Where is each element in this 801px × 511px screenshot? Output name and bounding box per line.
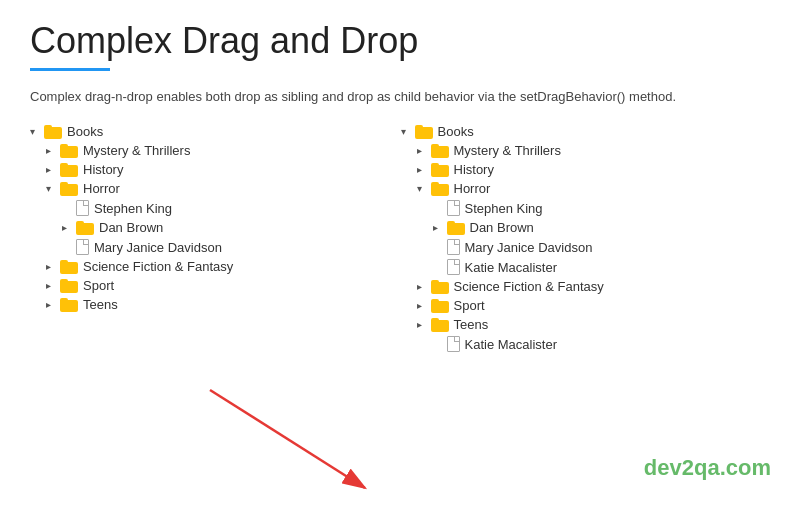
tree-node: Katie Macalister — [401, 257, 772, 277]
toggle-arrow-icon[interactable] — [46, 280, 60, 291]
node-label: Mary Janice Davidson — [94, 240, 222, 255]
tree-node[interactable]: Teens — [30, 295, 401, 314]
toggle-arrow-icon[interactable] — [433, 222, 447, 233]
folder-icon — [447, 221, 465, 235]
tree-node[interactable]: Books — [401, 122, 772, 141]
file-icon — [447, 239, 460, 255]
toggle-arrow-icon[interactable] — [417, 281, 431, 292]
node-label: Dan Brown — [99, 220, 163, 235]
node-label: Sport — [454, 298, 485, 313]
watermark: dev2qa.com — [644, 455, 771, 481]
node-label: Science Fiction & Fantasy — [454, 279, 604, 294]
node-label: Dan Brown — [470, 220, 534, 235]
toggle-arrow-icon[interactable] — [401, 126, 415, 137]
folder-icon — [431, 280, 449, 294]
node-label: Sport — [83, 278, 114, 293]
tree-node[interactable]: Dan Brown — [401, 218, 772, 237]
tree-node: Stephen King — [30, 198, 401, 218]
node-label: Science Fiction & Fantasy — [83, 259, 233, 274]
node-label: Teens — [454, 317, 489, 332]
tree-node[interactable]: Dan Brown — [30, 218, 401, 237]
folder-icon — [431, 299, 449, 313]
toggle-arrow-icon[interactable] — [417, 183, 431, 194]
toggle-arrow-icon[interactable] — [417, 164, 431, 175]
node-label: History — [83, 162, 123, 177]
toggle-arrow-icon[interactable] — [417, 145, 431, 156]
folder-icon — [60, 298, 78, 312]
tree-node[interactable]: Books — [30, 122, 401, 141]
tree-node[interactable]: Science Fiction & Fantasy — [30, 257, 401, 276]
tree-node[interactable]: Mystery & Thrillers — [30, 141, 401, 160]
node-label: Horror — [454, 181, 491, 196]
tree-node: Mary Janice Davidson — [30, 237, 401, 257]
trees-container: BooksMystery & ThrillersHistoryHorrorSte… — [30, 122, 771, 354]
node-label: Mary Janice Davidson — [465, 240, 593, 255]
node-label: Stephen King — [94, 201, 172, 216]
tree-node[interactable]: Mystery & Thrillers — [401, 141, 772, 160]
node-label: Katie Macalister — [465, 337, 557, 352]
folder-icon — [60, 279, 78, 293]
toggle-arrow-icon[interactable] — [62, 222, 76, 233]
node-label: Mystery & Thrillers — [454, 143, 561, 158]
tree-node[interactable]: History — [401, 160, 772, 179]
toggle-arrow-icon[interactable] — [46, 261, 60, 272]
right-tree: BooksMystery & ThrillersHistoryHorrorSte… — [401, 122, 772, 354]
folder-icon — [415, 125, 433, 139]
folder-icon — [60, 163, 78, 177]
toggle-arrow-icon[interactable] — [417, 300, 431, 311]
node-label: Mystery & Thrillers — [83, 143, 190, 158]
svg-line-1 — [210, 390, 365, 488]
file-icon — [447, 259, 460, 275]
toggle-arrow-icon[interactable] — [46, 164, 60, 175]
left-tree: BooksMystery & ThrillersHistoryHorrorSte… — [30, 122, 401, 354]
page-title: Complex Drag and Drop — [30, 20, 771, 62]
tree-node: Mary Janice Davidson — [401, 237, 772, 257]
folder-icon — [60, 144, 78, 158]
title-underline — [30, 68, 110, 71]
tree-node: Katie Macalister — [401, 334, 772, 354]
toggle-arrow-icon[interactable] — [417, 319, 431, 330]
node-label: Teens — [83, 297, 118, 312]
node-label: Books — [438, 124, 474, 139]
node-label: History — [454, 162, 494, 177]
folder-icon — [431, 318, 449, 332]
folder-icon — [44, 125, 62, 139]
tree-node[interactable]: Science Fiction & Fantasy — [401, 277, 772, 296]
tree-node: Stephen King — [401, 198, 772, 218]
node-label: Katie Macalister — [465, 260, 557, 275]
folder-icon — [76, 221, 94, 235]
folder-icon — [60, 182, 78, 196]
folder-icon — [431, 163, 449, 177]
folder-icon — [431, 182, 449, 196]
tree-node[interactable]: Sport — [30, 276, 401, 295]
toggle-arrow-icon[interactable] — [46, 299, 60, 310]
page-description: Complex drag-n-drop enables both drop as… — [30, 89, 771, 104]
tree-node[interactable]: History — [30, 160, 401, 179]
node-label: Books — [67, 124, 103, 139]
toggle-arrow-icon[interactable] — [30, 126, 44, 137]
file-icon — [447, 336, 460, 352]
tree-node[interactable]: Teens — [401, 315, 772, 334]
tree-node[interactable]: Horror — [401, 179, 772, 198]
node-label: Stephen King — [465, 201, 543, 216]
folder-icon — [60, 260, 78, 274]
file-icon — [76, 200, 89, 216]
file-icon — [76, 239, 89, 255]
node-label: Horror — [83, 181, 120, 196]
toggle-arrow-icon[interactable] — [46, 145, 60, 156]
tree-node[interactable]: Horror — [30, 179, 401, 198]
toggle-arrow-icon[interactable] — [46, 183, 60, 194]
file-icon — [447, 200, 460, 216]
tree-node[interactable]: Sport — [401, 296, 772, 315]
folder-icon — [431, 144, 449, 158]
